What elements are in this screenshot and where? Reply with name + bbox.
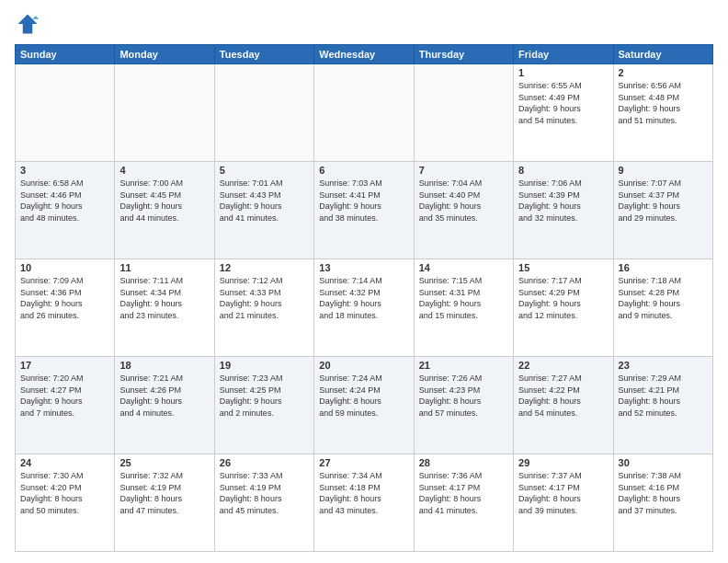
calendar-cell: 28Sunrise: 7:36 AM Sunset: 4:17 PM Dayli… bbox=[414, 454, 513, 552]
day-number: 24 bbox=[20, 457, 109, 468]
day-number: 27 bbox=[319, 457, 408, 468]
day-info: Sunrise: 7:18 AM Sunset: 4:28 PM Dayligh… bbox=[619, 275, 708, 321]
day-info: Sunrise: 7:24 AM Sunset: 4:24 PM Dayligh… bbox=[319, 373, 408, 419]
day-info: Sunrise: 6:58 AM Sunset: 4:46 PM Dayligh… bbox=[20, 178, 109, 224]
day-number: 18 bbox=[119, 360, 209, 371]
calendar-cell: 14Sunrise: 7:15 AM Sunset: 4:31 PM Dayli… bbox=[414, 259, 513, 357]
calendar-cell: 5Sunrise: 7:01 AM Sunset: 4:43 PM Daylig… bbox=[214, 162, 313, 259]
weekday-header: Saturday bbox=[613, 45, 712, 64]
calendar-cell: 9Sunrise: 7:07 AM Sunset: 4:37 PM Daylig… bbox=[613, 162, 712, 259]
calendar-cell: 8Sunrise: 7:06 AM Sunset: 4:39 PM Daylig… bbox=[514, 162, 613, 259]
day-info: Sunrise: 7:12 AM Sunset: 4:33 PM Dayligh… bbox=[220, 275, 309, 321]
day-number: 26 bbox=[220, 457, 309, 468]
day-info: Sunrise: 7:15 AM Sunset: 4:31 PM Dayligh… bbox=[419, 275, 508, 321]
calendar-cell: 6Sunrise: 7:03 AM Sunset: 4:41 PM Daylig… bbox=[314, 162, 414, 259]
calendar-table: SundayMondayTuesdayWednesdayThursdayFrid… bbox=[15, 44, 713, 552]
day-info: Sunrise: 7:17 AM Sunset: 4:29 PM Dayligh… bbox=[518, 275, 608, 321]
calendar-cell bbox=[115, 64, 214, 162]
day-number: 2 bbox=[619, 67, 708, 78]
day-number: 28 bbox=[419, 457, 508, 468]
day-info: Sunrise: 7:29 AM Sunset: 4:21 PM Dayligh… bbox=[619, 373, 708, 419]
day-info: Sunrise: 7:09 AM Sunset: 4:36 PM Dayligh… bbox=[20, 275, 109, 321]
calendar-header-row: SundayMondayTuesdayWednesdayThursdayFrid… bbox=[16, 45, 713, 64]
calendar-cell: 26Sunrise: 7:33 AM Sunset: 4:19 PM Dayli… bbox=[214, 454, 313, 552]
calendar-cell: 27Sunrise: 7:34 AM Sunset: 4:18 PM Dayli… bbox=[314, 454, 414, 552]
calendar-cell: 20Sunrise: 7:24 AM Sunset: 4:24 PM Dayli… bbox=[314, 357, 414, 454]
day-info: Sunrise: 7:00 AM Sunset: 4:45 PM Dayligh… bbox=[119, 178, 209, 224]
weekday-header: Friday bbox=[514, 45, 613, 64]
day-number: 4 bbox=[119, 165, 209, 176]
day-info: Sunrise: 7:03 AM Sunset: 4:41 PM Dayligh… bbox=[319, 178, 408, 224]
calendar-cell: 17Sunrise: 7:20 AM Sunset: 4:27 PM Dayli… bbox=[16, 357, 115, 454]
day-info: Sunrise: 7:32 AM Sunset: 4:19 PM Dayligh… bbox=[119, 470, 209, 516]
calendar-cell: 13Sunrise: 7:14 AM Sunset: 4:32 PM Dayli… bbox=[314, 259, 414, 357]
svg-marker-0 bbox=[18, 15, 38, 34]
day-number: 20 bbox=[319, 360, 408, 371]
calendar-week-row: 10Sunrise: 7:09 AM Sunset: 4:36 PM Dayli… bbox=[16, 259, 713, 357]
weekday-header: Monday bbox=[115, 45, 214, 64]
day-number: 1 bbox=[518, 67, 608, 78]
day-number: 29 bbox=[518, 457, 608, 468]
day-info: Sunrise: 7:33 AM Sunset: 4:19 PM Dayligh… bbox=[220, 470, 309, 516]
day-number: 6 bbox=[319, 165, 408, 176]
calendar-cell bbox=[414, 64, 513, 162]
day-info: Sunrise: 7:37 AM Sunset: 4:17 PM Dayligh… bbox=[518, 470, 608, 516]
weekday-header: Wednesday bbox=[314, 45, 414, 64]
calendar-cell: 30Sunrise: 7:38 AM Sunset: 4:16 PM Dayli… bbox=[613, 454, 712, 552]
day-info: Sunrise: 6:56 AM Sunset: 4:48 PM Dayligh… bbox=[619, 80, 708, 126]
day-number: 23 bbox=[619, 360, 708, 371]
day-number: 9 bbox=[619, 165, 708, 176]
day-number: 7 bbox=[419, 165, 508, 176]
day-info: Sunrise: 7:01 AM Sunset: 4:43 PM Dayligh… bbox=[220, 178, 309, 224]
logo-icon bbox=[15, 11, 40, 37]
day-number: 22 bbox=[518, 360, 608, 371]
calendar-cell: 1Sunrise: 6:55 AM Sunset: 4:49 PM Daylig… bbox=[514, 64, 613, 162]
day-number: 13 bbox=[319, 262, 408, 273]
calendar-cell: 24Sunrise: 7:30 AM Sunset: 4:20 PM Dayli… bbox=[16, 454, 115, 552]
day-info: Sunrise: 7:21 AM Sunset: 4:26 PM Dayligh… bbox=[119, 373, 209, 419]
calendar-cell: 19Sunrise: 7:23 AM Sunset: 4:25 PM Dayli… bbox=[214, 357, 313, 454]
day-number: 21 bbox=[419, 360, 508, 371]
svg-marker-1 bbox=[32, 16, 39, 19]
calendar-cell bbox=[314, 64, 414, 162]
day-info: Sunrise: 7:23 AM Sunset: 4:25 PM Dayligh… bbox=[220, 373, 309, 419]
day-number: 25 bbox=[119, 457, 209, 468]
calendar-cell: 22Sunrise: 7:27 AM Sunset: 4:22 PM Dayli… bbox=[514, 357, 613, 454]
weekday-header: Sunday bbox=[16, 45, 115, 64]
day-info: Sunrise: 7:34 AM Sunset: 4:18 PM Dayligh… bbox=[319, 470, 408, 516]
day-number: 17 bbox=[20, 360, 109, 371]
page: SundayMondayTuesdayWednesdayThursdayFrid… bbox=[0, 0, 728, 563]
day-number: 5 bbox=[220, 165, 309, 176]
day-number: 30 bbox=[619, 457, 708, 468]
calendar-cell: 21Sunrise: 7:26 AM Sunset: 4:23 PM Dayli… bbox=[414, 357, 513, 454]
calendar-week-row: 3Sunrise: 6:58 AM Sunset: 4:46 PM Daylig… bbox=[16, 162, 713, 259]
day-number: 15 bbox=[518, 262, 608, 273]
calendar-cell: 12Sunrise: 7:12 AM Sunset: 4:33 PM Dayli… bbox=[214, 259, 313, 357]
calendar-cell bbox=[214, 64, 313, 162]
day-info: Sunrise: 7:11 AM Sunset: 4:34 PM Dayligh… bbox=[119, 275, 209, 321]
calendar-cell: 25Sunrise: 7:32 AM Sunset: 4:19 PM Dayli… bbox=[115, 454, 214, 552]
day-number: 16 bbox=[619, 262, 708, 273]
day-info: Sunrise: 7:20 AM Sunset: 4:27 PM Dayligh… bbox=[20, 373, 109, 419]
calendar-cell: 16Sunrise: 7:18 AM Sunset: 4:28 PM Dayli… bbox=[613, 259, 712, 357]
day-info: Sunrise: 7:06 AM Sunset: 4:39 PM Dayligh… bbox=[518, 178, 608, 224]
day-info: Sunrise: 6:55 AM Sunset: 4:49 PM Dayligh… bbox=[518, 80, 608, 126]
calendar-cell bbox=[16, 64, 115, 162]
calendar-week-row: 1Sunrise: 6:55 AM Sunset: 4:49 PM Daylig… bbox=[16, 64, 713, 162]
day-number: 19 bbox=[220, 360, 309, 371]
calendar-cell: 4Sunrise: 7:00 AM Sunset: 4:45 PM Daylig… bbox=[115, 162, 214, 259]
logo bbox=[15, 11, 44, 37]
day-number: 12 bbox=[220, 262, 309, 273]
calendar-cell: 3Sunrise: 6:58 AM Sunset: 4:46 PM Daylig… bbox=[16, 162, 115, 259]
day-number: 11 bbox=[119, 262, 209, 273]
calendar-cell: 23Sunrise: 7:29 AM Sunset: 4:21 PM Dayli… bbox=[613, 357, 712, 454]
day-number: 14 bbox=[419, 262, 508, 273]
calendar-week-row: 24Sunrise: 7:30 AM Sunset: 4:20 PM Dayli… bbox=[16, 454, 713, 552]
day-info: Sunrise: 7:36 AM Sunset: 4:17 PM Dayligh… bbox=[419, 470, 508, 516]
day-info: Sunrise: 7:04 AM Sunset: 4:40 PM Dayligh… bbox=[419, 178, 508, 224]
calendar-week-row: 17Sunrise: 7:20 AM Sunset: 4:27 PM Dayli… bbox=[16, 357, 713, 454]
calendar-cell: 7Sunrise: 7:04 AM Sunset: 4:40 PM Daylig… bbox=[414, 162, 513, 259]
day-number: 10 bbox=[20, 262, 109, 273]
calendar-cell: 2Sunrise: 6:56 AM Sunset: 4:48 PM Daylig… bbox=[613, 64, 712, 162]
day-info: Sunrise: 7:14 AM Sunset: 4:32 PM Dayligh… bbox=[319, 275, 408, 321]
